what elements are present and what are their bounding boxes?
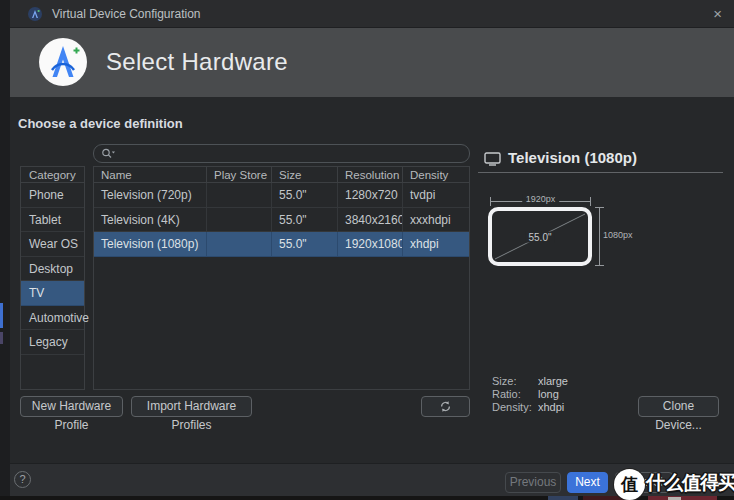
table-row-cell[interactable]: tvdpi xyxy=(403,183,469,208)
table-row-cell[interactable]: 55.0" xyxy=(272,183,338,208)
width-label: 1920px xyxy=(522,194,560,205)
width-measure: 1920px xyxy=(490,197,591,206)
section-title: Choose a device definition xyxy=(18,116,183,131)
table-row-cell-selected[interactable]: 55.0" xyxy=(272,232,338,257)
table-row-cell-selected[interactable]: xhdpi xyxy=(403,232,469,257)
column-header-name[interactable]: Name xyxy=(94,167,207,183)
window-title: Virtual Device Configuration xyxy=(52,7,201,21)
spec-ratio: Ratio:long xyxy=(492,388,559,401)
next-button[interactable]: Next xyxy=(567,472,608,493)
table-row-cell[interactable]: Television (4K) xyxy=(94,208,207,233)
spec-size-value: xlarge xyxy=(538,375,568,387)
help-button[interactable]: ? xyxy=(14,471,31,488)
category-item-wear-os[interactable]: Wear OS xyxy=(21,232,84,257)
category-item-phone[interactable]: Phone xyxy=(21,183,84,208)
category-list: Category Phone Tablet Wear OS Desktop TV… xyxy=(20,166,85,390)
virtual-device-configuration-dialog: Virtual Device Configuration × Select Ha… xyxy=(0,0,734,500)
detail-separator xyxy=(478,172,723,173)
spec-density-value: xhdpi xyxy=(538,401,564,413)
spec-size-label: Size: xyxy=(492,375,538,388)
search-icon xyxy=(101,147,116,160)
height-label: 1080px xyxy=(601,230,635,240)
device-detail-title: Television (1080p) xyxy=(508,149,637,166)
column-header-density[interactable]: Density xyxy=(403,167,469,183)
refresh-button[interactable] xyxy=(421,396,470,417)
import-hardware-profiles-button[interactable]: Import Hardware Profiles xyxy=(131,396,252,417)
search-field[interactable] xyxy=(93,144,470,163)
page-title: Select Hardware xyxy=(106,48,288,76)
spec-ratio-value: long xyxy=(538,388,559,400)
category-item-tv[interactable]: TV xyxy=(21,281,84,306)
table-row-cell[interactable]: xxxhdpi xyxy=(403,208,469,233)
search-input[interactable] xyxy=(116,146,469,161)
spec-density: Density:xhdpi xyxy=(492,401,564,414)
category-column-header: Category xyxy=(21,167,84,183)
table-row-cell-selected[interactable]: Television (1080p) xyxy=(94,232,207,257)
background-window-edge xyxy=(0,0,10,500)
column-header-size[interactable]: Size xyxy=(272,167,338,183)
clone-device-button[interactable]: Clone Device... xyxy=(638,396,719,417)
title-bar: Virtual Device Configuration × xyxy=(10,0,734,28)
table-row-cell[interactable]: Television (720p) xyxy=(94,183,207,208)
column-header-play-store[interactable]: Play Store xyxy=(207,167,272,183)
android-studio-logo xyxy=(38,37,88,87)
diagonal-size-label: 55.0" xyxy=(525,231,554,242)
close-icon[interactable]: × xyxy=(713,5,722,22)
category-item-desktop[interactable]: Desktop xyxy=(21,257,84,282)
category-item-tablet[interactable]: Tablet xyxy=(21,208,84,233)
content-area: Choose a device definition Category Phon… xyxy=(10,97,734,463)
column-header-resolution[interactable]: Resolution xyxy=(338,167,403,183)
tv-icon xyxy=(484,152,501,166)
wizard-header: Select Hardware xyxy=(10,28,734,97)
table-row-cell[interactable]: 1280x720 xyxy=(338,183,403,208)
table-row-cell[interactable] xyxy=(207,208,272,233)
table-row-cell[interactable] xyxy=(207,183,272,208)
smzdm-watermark-text: 什么值得买 xyxy=(646,470,734,496)
previous-button: Previous xyxy=(505,472,561,493)
edge-accent xyxy=(0,303,3,328)
table-row-cell-selected[interactable]: 1920x1080 xyxy=(338,232,403,257)
table-row-cell[interactable]: 3840x2160 xyxy=(338,208,403,233)
spec-ratio-label: Ratio: xyxy=(492,388,538,401)
android-studio-icon xyxy=(28,7,42,21)
spec-size: Size:xlarge xyxy=(492,375,568,388)
new-hardware-profile-button[interactable]: New Hardware Profile xyxy=(20,396,123,417)
spec-density-label: Density: xyxy=(492,401,538,414)
edge-accent-2 xyxy=(0,332,3,344)
device-screen-diagram: 55.0" xyxy=(488,207,592,266)
refresh-icon xyxy=(439,400,452,413)
smzdm-logo: 值 xyxy=(614,469,645,500)
table-row-cell-selected[interactable] xyxy=(207,232,272,257)
table-row-cell[interactable]: 55.0" xyxy=(272,208,338,233)
category-item-automotive[interactable]: Automotive xyxy=(21,306,84,331)
category-item-legacy[interactable]: Legacy xyxy=(21,330,84,355)
device-table: Name Play Store Size Resolution Density … xyxy=(93,166,470,390)
